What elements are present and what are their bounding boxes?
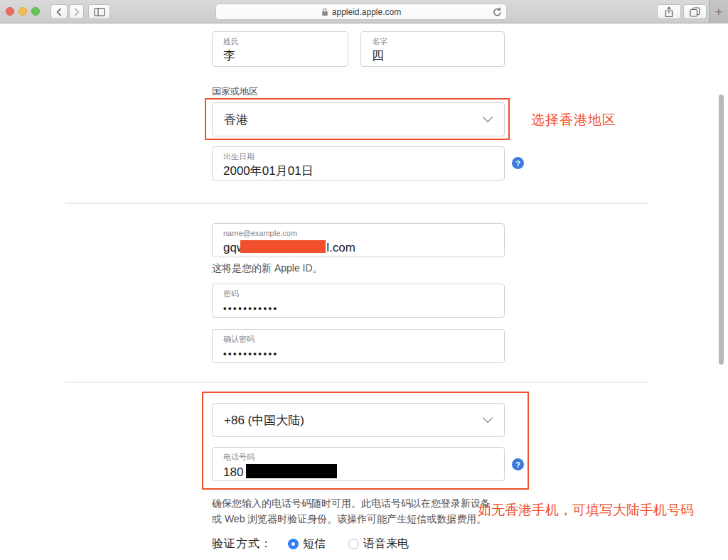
verification-label: 验证方式：: [212, 537, 272, 551]
birthday-label: 出生日期: [223, 151, 493, 161]
phone-note: 确保您输入的电话号码随时可用。此电话号码以在您登录新设备 或 Web 浏览器时验…: [212, 495, 491, 527]
email-value: gqwl.com: [223, 240, 493, 256]
section-divider: [65, 382, 647, 383]
back-button[interactable]: [50, 4, 68, 19]
phone-number-input[interactable]: 电话号码 180: [212, 447, 505, 481]
phone-number-label: 电话号码: [223, 452, 493, 462]
radio-option-voice[interactable]: 语音来电: [348, 537, 409, 551]
region-annotation: 选择香港地区: [531, 111, 616, 129]
region-label: 国家或地区: [212, 85, 258, 98]
confirm-password-value: •••••••••••: [223, 348, 493, 359]
share-icon: [664, 6, 674, 18]
tabs-icon: [690, 7, 700, 17]
reload-button[interactable]: [493, 7, 502, 17]
radio-voice-label: 语音来电: [363, 537, 409, 551]
lock-icon: [321, 8, 328, 16]
confirm-password-label: 确认密码: [223, 334, 493, 344]
share-button[interactable]: [657, 4, 681, 19]
email-hint: 这将是您的新 Apple ID。: [212, 262, 323, 275]
reload-icon: [493, 7, 502, 17]
phone-number-value: 180: [223, 464, 493, 480]
birthday-value: 2000年01月01日: [223, 163, 493, 179]
phone-country-value: +86 (中国大陆): [224, 412, 304, 429]
last-name-value: 李: [223, 48, 337, 64]
question-mark-icon: ?: [515, 159, 520, 168]
phone-redaction: [246, 464, 337, 478]
browser-toolbar: appleid.apple.com +: [0, 0, 728, 23]
zoom-window-button[interactable]: [31, 7, 40, 16]
tab-overview-button[interactable]: [683, 4, 707, 19]
forward-button[interactable]: [69, 4, 84, 19]
email-redaction: [240, 240, 326, 253]
first-name-input[interactable]: 名字 四: [360, 31, 505, 67]
url-text: appleid.apple.com: [332, 7, 401, 17]
radio-voice[interactable]: [348, 539, 359, 549]
radio-sms[interactable]: [288, 539, 299, 549]
section-divider: [65, 203, 647, 204]
radio-option-sms[interactable]: 短信: [288, 537, 326, 551]
chevron-down-icon: [483, 112, 493, 122]
url-bar[interactable]: appleid.apple.com: [215, 4, 507, 20]
verification-row: 验证方式： 短信 语音来电: [212, 537, 432, 551]
email-placeholder: name@example.com: [223, 228, 493, 238]
confirm-password-input[interactable]: 确认密码 •••••••••••: [212, 329, 505, 363]
first-name-label: 名字: [372, 36, 493, 46]
sidebar-icon: [94, 8, 105, 16]
new-tab-button[interactable]: +: [709, 0, 728, 23]
birthday-help-button[interactable]: ?: [512, 157, 524, 169]
region-select[interactable]: 香港: [212, 102, 505, 136]
question-mark-icon: ?: [515, 461, 520, 469]
chevron-right-icon: [74, 8, 80, 16]
password-label: 密码: [223, 289, 493, 298]
scrollbar-thumb[interactable]: [719, 95, 724, 365]
sidebar-toggle-button[interactable]: [88, 4, 110, 19]
close-window-button[interactable]: [6, 7, 14, 16]
email-input[interactable]: name@example.com gqwl.com: [212, 223, 505, 257]
browser-window: appleid.apple.com +: [0, 0, 728, 560]
phone-country-select[interactable]: +86 (中国大陆): [212, 403, 505, 437]
phone-help-button[interactable]: ?: [512, 458, 524, 470]
radio-sms-label: 短信: [303, 537, 326, 551]
plus-icon: +: [715, 5, 722, 19]
password-input[interactable]: 密码 •••••••••••: [212, 284, 505, 318]
phone-annotation: 如无香港手机，可填写大陆手机号码: [478, 501, 694, 519]
chevron-down-icon: [483, 413, 493, 423]
phone-note-line1: 确保您输入的电话号码随时可用。此电话号码以在您登录新设备: [212, 495, 491, 511]
first-name-value: 四: [372, 48, 493, 64]
chevron-left-icon: [56, 8, 62, 16]
password-value: •••••••••••: [223, 303, 493, 313]
last-name-label: 姓氏: [223, 36, 337, 46]
phone-note-line2: 或 Web 浏览器时验证身份。该操作可能产生短信或数据费用。: [212, 511, 491, 527]
region-value: 香港: [224, 112, 248, 128]
birthday-input[interactable]: 出生日期 2000年01月01日: [212, 146, 505, 181]
last-name-input[interactable]: 姓氏 李: [212, 31, 348, 67]
minimize-window-button[interactable]: [18, 7, 27, 16]
